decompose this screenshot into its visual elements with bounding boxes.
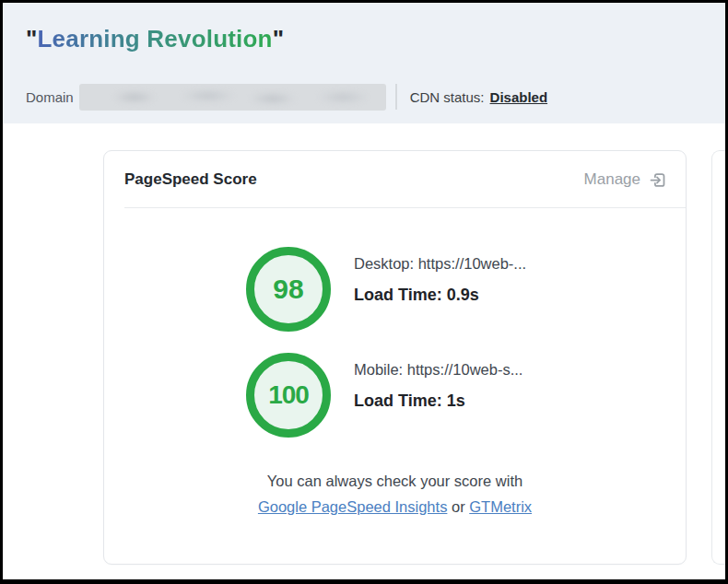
mobile-load-time: Load Time: 1s [354, 391, 523, 411]
screenshot-frame: "Learning Revolution" Domain CDN status:… [0, 0, 728, 584]
vertical-divider [395, 84, 397, 110]
footer-or-text: or [452, 498, 465, 515]
desktop-score-text: Desktop: https://10web-... Load Time: 0.… [354, 247, 526, 332]
google-pagespeed-link[interactable]: Google PageSpeed Insights [258, 498, 448, 515]
title-open-quote: " [26, 25, 38, 53]
footer-links-line: Google PageSpeed Insights or GTMetrix [104, 498, 686, 516]
page-title: "Learning Revolution" [26, 25, 284, 53]
desktop-score-row: 98 Desktop: https://10web-... Load Time:… [246, 247, 526, 332]
mobile-score-badge: 100 [246, 353, 331, 438]
mobile-score-text: Mobile: https://10web-s... Load Time: 1s [354, 353, 523, 438]
manage-link-label: Manage [584, 170, 640, 189]
mobile-score-row: 100 Mobile: https://10web-s... Load Time… [246, 353, 523, 438]
box-arrow-in-right-icon [648, 170, 667, 190]
mobile-url-label: Mobile: https://10web-s... [354, 361, 523, 379]
manage-link[interactable]: Manage [584, 170, 667, 190]
pagespeed-card-header: PageSpeed Score Manage [104, 151, 686, 208]
blur-smudge [79, 84, 386, 111]
domain-label: Domain [26, 89, 74, 105]
desktop-url-label: Desktop: https://10web-... [354, 255, 526, 273]
domain-value-redacted [79, 84, 386, 111]
site-name: Learning Revolution [38, 25, 273, 53]
desktop-score-badge: 98 [246, 247, 331, 332]
site-header: "Learning Revolution" Domain CDN status:… [3, 3, 725, 123]
footer-hint-text: You can always check your score with [104, 473, 686, 490]
site-meta-row: Domain CDN status: Disabled [26, 82, 702, 111]
next-card-partial [711, 150, 728, 565]
cdn-status-link[interactable]: Disabled [490, 89, 548, 105]
desktop-load-time: Load Time: 0.9s [354, 286, 526, 305]
gtmetrix-link[interactable]: GTMetrix [469, 498, 532, 515]
pagespeed-card: PageSpeed Score Manage 98 Desktop: https… [103, 150, 687, 565]
title-close-quote: " [273, 25, 285, 53]
pagespeed-card-footer: You can always check your score with Goo… [104, 473, 686, 516]
pagespeed-card-title: PageSpeed Score [124, 170, 257, 189]
cdn-status-label: CDN status: [410, 89, 485, 105]
